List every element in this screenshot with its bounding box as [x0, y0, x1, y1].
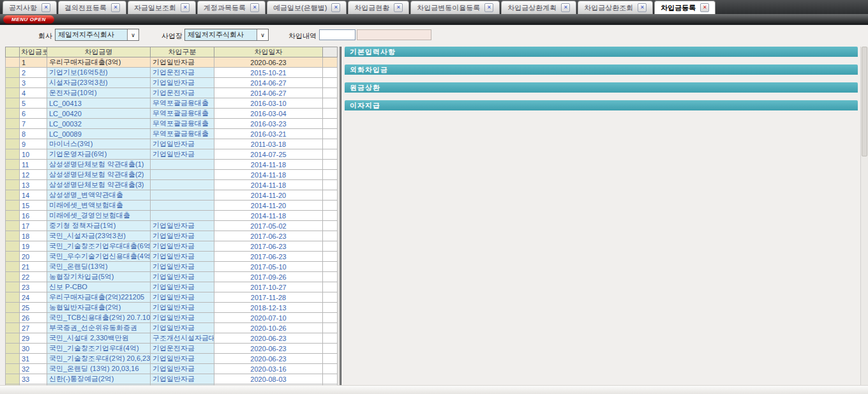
row-selector[interactable]	[6, 98, 20, 109]
table-row[interactable]: 18국민_시설자금(23억3천)기업일반자금2017-06-23	[6, 231, 338, 241]
table-row[interactable]: 33신한(-)통장예금(2억)기업일반자금2020-08-03	[6, 374, 338, 384]
table-row[interactable]: 26국민_TCB신용대출(2억) 20.7.10기업일반자금2020-07-10	[6, 313, 338, 323]
table-row[interactable]: 24우리구매자금대출(2억)221205기업일반자금2017-11-28	[6, 292, 338, 303]
tab-5[interactable]: 예금일보(은행별)✕	[267, 1, 347, 14]
table-row[interactable]: 31국민_기술창조우대(2억) 20,6,23기업일반자금2020-06-23	[6, 354, 338, 364]
row-selector[interactable]	[6, 354, 20, 364]
loan-desc-input[interactable]	[319, 29, 355, 40]
table-row[interactable]: 5LC_00413무역포괄금융대출2016-03-10	[6, 98, 338, 109]
row-selector[interactable]	[6, 292, 20, 303]
tab-3[interactable]: 자금일보조회✕	[128, 1, 196, 14]
tab-close-icon[interactable]: ✕	[638, 3, 647, 12]
row-selector[interactable]	[6, 119, 20, 129]
row-selector[interactable]	[6, 78, 20, 88]
tab-1[interactable]: 공지사항✕	[3, 1, 57, 14]
table-row[interactable]: 2기업기보(16억5천)기업운전자금2015-10-21	[6, 68, 338, 78]
tab-9[interactable]: 차입금상환조회✕	[578, 1, 653, 14]
row-selector[interactable]	[6, 88, 20, 98]
row-selector[interactable]	[6, 252, 20, 262]
row-selector[interactable]	[6, 313, 20, 323]
table-row[interactable]: 11삼성생명단체보험 약관대출(1)2014-11-18	[6, 160, 338, 170]
loan-table: 차입금코드차입금명차입구분차입일자 1우리구매자금대출(3억)기업일반자금202…	[5, 47, 338, 394]
table-row[interactable]: 7LC_00032무역포괄금융대출2016-03-23	[6, 119, 338, 129]
row-selector[interactable]	[6, 323, 20, 333]
row-selector[interactable]	[6, 262, 20, 272]
table-row[interactable]: 21국민_온랜딩(13억)기업일반자금2017-05-10	[6, 262, 338, 272]
row-selector[interactable]	[6, 221, 20, 231]
cell-date: 2017-05-02	[214, 221, 323, 231]
table-row[interactable]: 29국민_시설대 2,330백만원구조개선시설자금대출2020-06-23	[6, 333, 338, 344]
tab-close-icon[interactable]: ✕	[111, 3, 120, 12]
tab-close-icon[interactable]: ✕	[250, 3, 259, 12]
table-row[interactable]: 10기업운영자금(6억)기업일반자금2014-07-25	[6, 149, 338, 160]
row-selector[interactable]	[6, 282, 20, 292]
row-selector[interactable]	[6, 149, 20, 160]
tab-close-icon[interactable]: ✕	[331, 3, 340, 12]
table-row[interactable]: 6LC_00420무역포괄금융대출2016-03-04	[6, 109, 338, 119]
table-row[interactable]: 25농협일반자금대출(2억)기업일반자금2018-12-13	[6, 303, 338, 313]
table-row[interactable]: 20국민_우수기술기업신용대출(4억)기업일반자금2017-06-23	[6, 252, 338, 262]
row-selector[interactable]	[6, 303, 20, 313]
table-row[interactable]: 14삼성생명_변액약관대출2014-11-20	[6, 190, 338, 201]
row-selector[interactable]	[6, 170, 20, 180]
table-row[interactable]: 4운전자금(10억)기업운전자금2014-06-27	[6, 88, 338, 98]
row-selector[interactable]	[6, 344, 20, 354]
cell-date: 2014-07-25	[214, 149, 323, 160]
site-select[interactable]: 제일저지주식회사∨	[184, 29, 269, 41]
tab-6[interactable]: 차입금현황✕	[348, 1, 409, 14]
row-selector[interactable]	[6, 211, 20, 221]
row-selector[interactable]	[6, 333, 20, 344]
table-row[interactable]: 22농협장기차입금(5억)기업일반자금2017-09-26	[6, 272, 338, 282]
row-selector[interactable]	[6, 68, 20, 78]
table-row[interactable]: 9마이너스(3억)기업일반자금2011-03-18	[6, 139, 338, 149]
table-row[interactable]: 3시설자금(23억3천)기업일반자금2014-06-27	[6, 78, 338, 88]
table-row[interactable]: 27부국증권_선순위유동화증권기업일반자금2020-10-26	[6, 323, 338, 333]
cell-filler	[323, 160, 338, 170]
row-selector[interactable]	[6, 109, 20, 119]
row-selector[interactable]	[6, 160, 20, 170]
tab-close-icon[interactable]: ✕	[700, 3, 709, 12]
cell-code: 24	[20, 292, 47, 303]
tab-7[interactable]: 차입금변동이율등록✕	[410, 1, 500, 14]
row-selector[interactable]	[6, 272, 20, 282]
tab-close-icon[interactable]: ✕	[561, 3, 570, 12]
scrollbar-thumb[interactable]	[862, 47, 867, 156]
row-selector[interactable]	[6, 180, 20, 190]
row-selector[interactable]	[6, 241, 20, 252]
table-row[interactable]: 12삼성생명단체보험 약관대출(2)2014-11-18	[6, 170, 338, 180]
row-selector[interactable]	[6, 231, 20, 241]
table-row[interactable]: 1우리구매자금대출(3억)기업일반자금2020-06-23	[6, 57, 338, 68]
table-row[interactable]: 17중기청 정책자금(1억)기업일반자금2017-05-02	[6, 221, 338, 231]
cell-code: 17	[20, 221, 47, 231]
table-row[interactable]: 32국민_온랜딩 (13억) 20,03,16기업일반자금2020-03-16	[6, 364, 338, 374]
panel-splitter[interactable]	[339, 47, 341, 388]
tab-2[interactable]: 결의전표등록✕	[58, 1, 126, 14]
vertical-scrollbar[interactable]	[860, 47, 868, 385]
tab-close-icon[interactable]: ✕	[181, 3, 190, 12]
company-select[interactable]: 제일저지주식회사∨	[55, 29, 139, 41]
tab-close-icon[interactable]: ✕	[394, 3, 403, 12]
table-row[interactable]: 19국민_기술창조기업우대대출(6억)기업일반자금2017-06-23	[6, 241, 338, 252]
table-row[interactable]: 8LC_00089무역포괄금융대출2016-03-21	[6, 129, 338, 139]
row-selector[interactable]	[6, 57, 20, 68]
row-selector[interactable]	[6, 364, 20, 374]
tab-10[interactable]: 차입금등록✕	[654, 1, 715, 14]
table-row[interactable]: 13삼성생명단체보험 약관대출(3)2014-11-18	[6, 180, 338, 190]
row-selector[interactable]	[6, 190, 20, 201]
tab-8[interactable]: 차입금상환계획✕	[501, 1, 576, 14]
tab-4[interactable]: 계정과목등록✕	[197, 1, 266, 14]
table-row[interactable]: 30국민_기술창조기업우대(4억)기업운전자금2020-06-23	[6, 344, 338, 354]
row-selector[interactable]	[6, 201, 20, 211]
loan-desc-input-2[interactable]	[357, 29, 431, 40]
row-selector[interactable]	[6, 129, 20, 139]
cell-type: 기업일반자금	[151, 262, 214, 272]
table-row[interactable]: 16미래에셋_경영인보험대출2014-11-18	[6, 211, 338, 221]
table-row[interactable]: 23신보 P-CBO기업일반자금2017-10-27	[6, 282, 338, 292]
menu-open-button[interactable]: MENU OPEN	[3, 15, 54, 24]
tab-close-icon[interactable]: ✕	[41, 3, 50, 12]
table-row[interactable]: 15미래에셋_변액보험대출2014-11-20	[6, 201, 338, 211]
row-selector[interactable]	[6, 139, 20, 149]
tab-close-icon[interactable]: ✕	[484, 3, 493, 12]
row-selector[interactable]	[6, 374, 20, 384]
cell-code: 14	[20, 190, 47, 201]
